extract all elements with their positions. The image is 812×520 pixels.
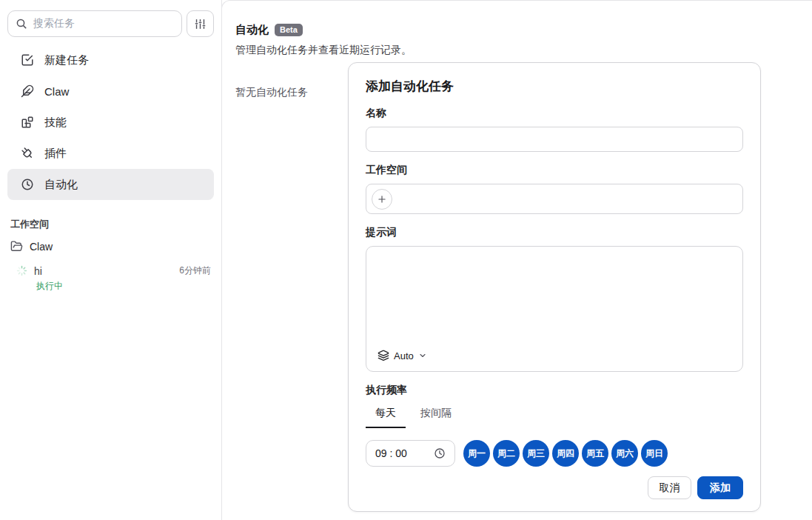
tab-daily[interactable]: 每天 bbox=[366, 404, 406, 428]
add-button[interactable]: 添加 bbox=[697, 476, 743, 499]
task-status: 执行中 bbox=[36, 280, 211, 293]
sidebar-item-automation[interactable]: 自动化 bbox=[7, 169, 214, 200]
layers-icon bbox=[378, 350, 389, 361]
day-button-tue[interactable]: 周二 bbox=[493, 440, 520, 467]
frequency-label: 执行频率 bbox=[366, 384, 743, 397]
page-description: 管理自动化任务并查看近期运行记录。 bbox=[235, 44, 812, 57]
workspace-section-label: 工作空间 bbox=[7, 218, 214, 231]
sidebar-item-skills[interactable]: 技能 bbox=[7, 107, 214, 138]
sidebar-item-plugins[interactable]: 插件 bbox=[7, 138, 214, 169]
day-selector: 周一 周二 周三 周四 周五 周六 周日 bbox=[463, 440, 668, 467]
chevron-down-icon bbox=[418, 351, 427, 360]
plus-icon bbox=[377, 194, 387, 204]
day-button-mon[interactable]: 周一 bbox=[463, 440, 490, 467]
search-placeholder: 搜索任务 bbox=[33, 17, 75, 30]
cancel-button[interactable]: 取消 bbox=[648, 476, 691, 499]
sidebar: 搜索任务 新建任务 Claw 技能 bbox=[0, 0, 222, 520]
sidebar-item-label: 插件 bbox=[44, 147, 67, 161]
task-item[interactable]: hi 6分钟前 执行中 bbox=[7, 264, 214, 293]
main-content: 自动化 Beta 管理自动化任务并查看近期运行记录。 暂无自动化任务 添加自动化… bbox=[221, 0, 812, 520]
card-title: 添加自动化任务 bbox=[366, 78, 743, 95]
time-input[interactable]: 09 : 00 bbox=[366, 440, 455, 467]
add-workspace-button[interactable] bbox=[372, 189, 392, 210]
sidebar-item-label: 新建任务 bbox=[44, 53, 89, 67]
model-selector-value: Auto bbox=[394, 350, 414, 361]
add-automation-card: 添加自动化任务 名称 工作空间 提示词 Auto bbox=[348, 62, 761, 512]
search-icon bbox=[16, 18, 27, 30]
day-button-sun[interactable]: 周日 bbox=[641, 440, 668, 467]
workspace-section: 工作空间 Claw hi 6分钟前 执行中 bbox=[7, 218, 214, 293]
new-task-icon bbox=[21, 53, 34, 67]
sidebar-item-label: Claw bbox=[44, 85, 69, 98]
frequency-tabs: 每天 按间隔 bbox=[366, 404, 743, 428]
day-button-sat[interactable]: 周六 bbox=[611, 440, 638, 467]
sidebar-menu: 新建任务 Claw 技能 插件 自动化 bbox=[7, 44, 214, 200]
empty-state-text: 暂无自动化任务 bbox=[235, 62, 348, 99]
clock-icon bbox=[21, 178, 34, 191]
model-selector[interactable]: Auto bbox=[378, 350, 427, 361]
day-button-thu[interactable]: 周四 bbox=[552, 440, 579, 467]
day-button-fri[interactable]: 周五 bbox=[582, 440, 608, 467]
workspace-input[interactable] bbox=[366, 184, 743, 214]
name-input[interactable] bbox=[366, 127, 743, 152]
sidebar-item-new-task[interactable]: 新建任务 bbox=[7, 44, 214, 76]
sliders-icon bbox=[194, 18, 207, 30]
prompt-label: 提示词 bbox=[366, 226, 743, 239]
filter-button[interactable] bbox=[187, 10, 214, 37]
task-timestamp: 6分钟前 bbox=[179, 264, 211, 277]
folder-icon bbox=[10, 240, 23, 253]
task-name: hi bbox=[34, 265, 42, 277]
day-button-wed[interactable]: 周三 bbox=[523, 440, 549, 467]
workspace-folder[interactable]: Claw bbox=[7, 237, 214, 256]
workspace-folder-label: Claw bbox=[30, 241, 53, 253]
feather-icon bbox=[21, 84, 34, 98]
name-label: 名称 bbox=[366, 107, 743, 120]
blocks-icon bbox=[21, 116, 34, 129]
spinner-icon bbox=[16, 265, 27, 276]
time-value: 09 : 00 bbox=[375, 447, 407, 459]
sidebar-item-label: 技能 bbox=[44, 116, 67, 130]
prompt-textarea[interactable] bbox=[366, 247, 742, 341]
workspace-label: 工作空间 bbox=[366, 164, 743, 177]
search-input[interactable]: 搜索任务 bbox=[7, 10, 182, 37]
plug-icon bbox=[21, 147, 34, 160]
beta-badge: Beta bbox=[275, 24, 303, 36]
sidebar-item-label: 自动化 bbox=[44, 178, 78, 192]
prompt-box: Auto bbox=[366, 246, 743, 372]
sidebar-item-claw[interactable]: Claw bbox=[7, 76, 214, 107]
page-title: 自动化 bbox=[235, 23, 269, 37]
clock-small-icon bbox=[434, 447, 446, 459]
tab-interval[interactable]: 按间隔 bbox=[416, 404, 456, 428]
